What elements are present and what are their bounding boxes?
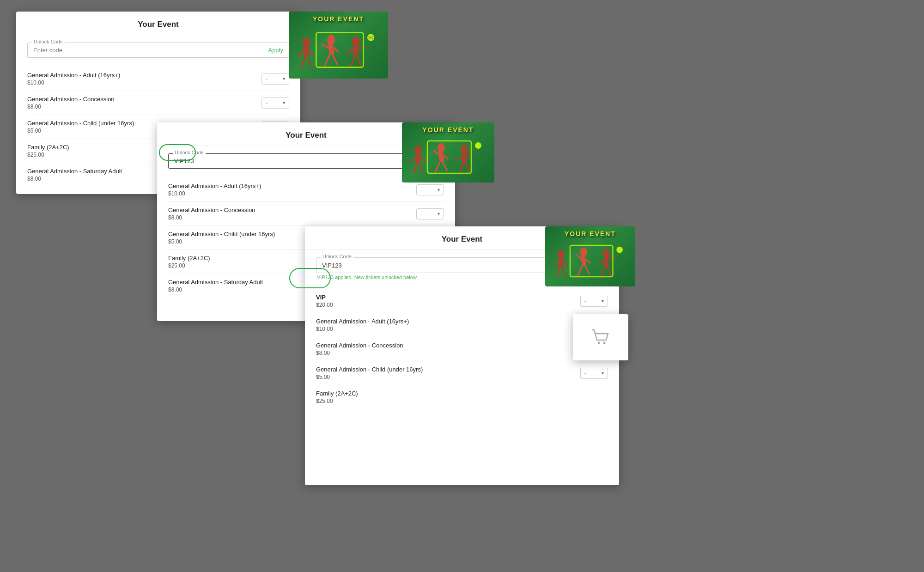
svg-point-20 — [414, 146, 422, 155]
ticket-price: $10.00 — [316, 326, 409, 332]
svg-line-30 — [435, 162, 440, 172]
svg-line-10 — [324, 55, 329, 66]
banner-title-2: YOUR EVENT — [422, 126, 474, 134]
svg-point-12 — [352, 36, 360, 46]
svg-rect-1 — [304, 46, 309, 57]
svg-rect-13 — [353, 45, 359, 56]
unlock-code-label-3: Unlock Code — [321, 254, 353, 259]
svg-line-28 — [433, 150, 439, 155]
ticket-name: General Admission - Child (under 16yrs) — [27, 120, 134, 127]
svg-point-32 — [461, 145, 468, 154]
ticket-info: General Admission - Child (under 16yrs) … — [168, 231, 275, 245]
ticket-name: General Admission - Concession — [168, 207, 255, 213]
svg-point-26 — [438, 143, 445, 152]
svg-point-46 — [580, 248, 587, 257]
unlock-code-label-1: Unlock Code — [32, 39, 65, 44]
svg-line-49 — [586, 259, 590, 263]
unlock-code-input-3[interactable] — [322, 262, 572, 269]
ticket-price: $8.00 — [168, 286, 263, 293]
svg-line-31 — [443, 162, 447, 171]
svg-line-45 — [562, 268, 565, 277]
vip-ticket-name: VIP — [316, 294, 333, 301]
svg-point-0 — [302, 37, 310, 48]
ticket-name: General Admission - Adult (16yrs+) — [316, 318, 409, 325]
svg-line-25 — [419, 164, 422, 173]
ticket-price: $25.00 — [316, 398, 358, 404]
event-banner-1: YOUR EVENT — [289, 12, 388, 79]
ticket-info: Family (2A+2C) $25.00 — [27, 144, 69, 158]
vip-ticket-row: VIP $20.00 - ▾ — [316, 289, 608, 313]
ticket-info: General Admission - Saturday Adult $8.00 — [27, 168, 122, 182]
qty-dash: - — [420, 211, 422, 217]
qty-dash: - — [266, 76, 267, 82]
ticket-name: General Admission - Child (under 16yrs) — [168, 231, 275, 237]
svg-line-2 — [299, 50, 304, 56]
vip-ticket-info: VIP $20.00 — [316, 294, 333, 308]
svg-point-6 — [327, 35, 335, 45]
ticket-info: Family (2A+2C) $25.00 — [168, 255, 210, 269]
qty-chevron-icon: ▾ — [438, 211, 440, 216]
qty-selector[interactable]: - ▾ — [261, 97, 289, 109]
svg-line-9 — [334, 47, 339, 52]
svg-point-39 — [475, 142, 481, 149]
ticket-row: General Admission - Concession $8.00 - ▾ — [27, 91, 289, 115]
ticket-price: $5.00 — [316, 374, 423, 380]
ticket-name: General Admission - Saturday Adult — [27, 168, 122, 175]
apply-button-1[interactable]: Apply — [268, 47, 283, 54]
qty-selector[interactable]: - ▾ — [416, 184, 444, 195]
qty-chevron-icon: ▾ — [283, 76, 285, 81]
event-banner-2: YOUR EVENT — [402, 122, 494, 183]
svg-line-56 — [602, 267, 605, 277]
svg-point-61 — [603, 342, 606, 344]
svg-line-43 — [563, 261, 568, 266]
qty-chevron-icon: ▾ — [438, 187, 440, 192]
ticket-info: General Admission - Child (under 16yrs) … — [27, 120, 134, 134]
qty-dash: - — [584, 298, 586, 304]
qty-dash: - — [584, 370, 586, 377]
ticket-name: General Admission - Child (under 16yrs) — [316, 366, 423, 373]
qty-chevron-icon: ▾ — [602, 371, 604, 376]
unlock-code-input-1[interactable] — [33, 47, 268, 54]
svg-line-57 — [608, 267, 611, 276]
banner-title-1: YOUR EVENT — [313, 15, 364, 23]
svg-line-37 — [466, 163, 469, 172]
svg-rect-33 — [462, 153, 467, 163]
vip-qty-selector[interactable]: - ▾ — [580, 296, 608, 307]
ticket-info: General Admission - Concession $8.00 — [316, 342, 403, 356]
qty-selector[interactable]: - ▾ — [580, 368, 608, 379]
qty-selector[interactable]: - ▾ — [261, 73, 289, 85]
ticket-row: General Admission - Concession $8.00 - ▾ — [316, 337, 608, 361]
svg-line-16 — [351, 56, 354, 67]
ticket-price: $5.00 — [27, 128, 134, 134]
svg-line-36 — [460, 163, 463, 173]
ticket-info: General Admission - Child (under 16yrs) … — [316, 366, 423, 380]
qty-selector[interactable]: - ▾ — [416, 208, 444, 219]
svg-line-8 — [322, 43, 328, 49]
svg-line-22 — [411, 157, 416, 163]
ticket-info: General Admission - Saturday Adult $8.00 — [168, 279, 263, 293]
ticket-info: General Admission - Concession $8.00 — [27, 96, 115, 110]
unlock-code-input-2[interactable] — [174, 158, 423, 164]
qty-chevron-icon: ▾ — [602, 298, 604, 304]
ticket-name: Family (2A+2C) — [27, 144, 69, 151]
unlock-code-input-row-1: Apply — [27, 43, 289, 58]
svg-rect-41 — [559, 258, 563, 268]
unlock-code-label-2: Unlock Code — [173, 150, 206, 155]
ticket-price: $25.00 — [27, 152, 69, 158]
qty-dash: - — [420, 187, 422, 193]
ticket-info: General Admission - Concession $8.00 — [168, 207, 255, 221]
ticket-price: $8.00 — [27, 103, 115, 110]
ticket-price: $8.00 — [168, 214, 255, 221]
svg-line-4 — [302, 57, 304, 67]
ticket-price: $25.00 — [168, 262, 210, 269]
svg-line-23 — [420, 157, 425, 162]
svg-line-42 — [554, 261, 559, 267]
svg-line-11 — [333, 55, 338, 65]
svg-line-54 — [598, 260, 604, 264]
ticket-name: General Admission - Concession — [316, 342, 403, 349]
svg-line-34 — [456, 156, 462, 160]
ticket-row: Family (2A+2C) $25.00 — [316, 385, 608, 409]
ticket-name: Family (2A+2C) — [316, 390, 358, 397]
ticket-info: General Admission - Adult (16yrs+) $10.0… — [168, 183, 261, 197]
ticket-name: Family (2A+2C) — [168, 255, 210, 262]
